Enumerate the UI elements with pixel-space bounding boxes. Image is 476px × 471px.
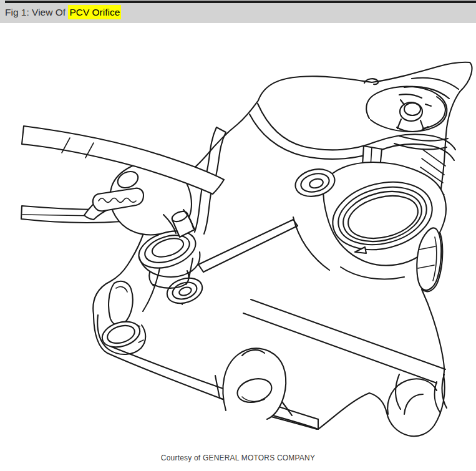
figure-title-prefix: Fig 1: View Of xyxy=(5,7,68,17)
figure-title-bar: Fig 1: View Of PCV Orifice xyxy=(0,0,476,23)
figure-illustration xyxy=(0,0,476,471)
top-divider-strip xyxy=(5,1,476,3)
engine-cover-drawing xyxy=(0,0,476,471)
figure-title: Fig 1: View Of PCV Orifice xyxy=(5,7,121,18)
courtesy-caption: Courtesy of GENERAL MOTORS COMPANY xyxy=(0,454,476,462)
highlighted-term: PCV Orifice xyxy=(68,5,121,19)
